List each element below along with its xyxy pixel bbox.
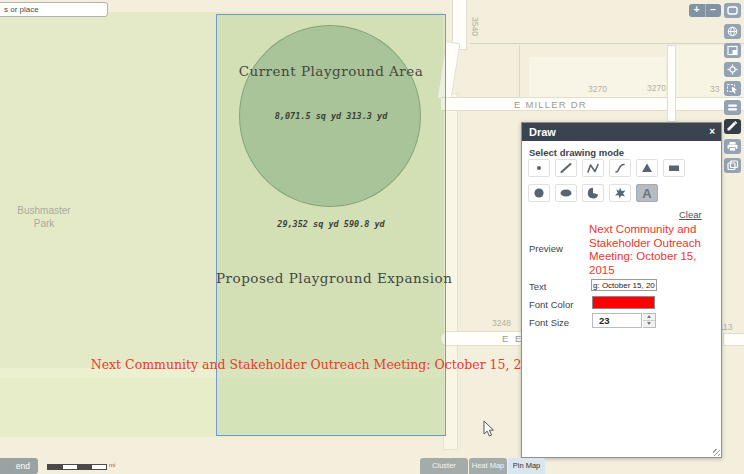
font-size-input[interactable] — [592, 313, 642, 328]
map-application: Bushmaster Park 3540 3270 3270 33 3248 1… — [0, 0, 744, 474]
zoom-control: + − — [689, 4, 721, 17]
scale-bar — [47, 464, 107, 470]
circle-measurement-text: 8,071.5 sq yd 313.3 yd — [216, 111, 446, 121]
road-right-edge — [723, 333, 744, 346]
street-name-label: E MILLER DR — [514, 99, 587, 110]
legend-button[interactable]: end — [0, 458, 38, 474]
measure-icon[interactable] — [724, 100, 741, 115]
zoom-out-button[interactable]: − — [706, 4, 722, 17]
draw-mode-rectangle-button[interactable] — [663, 159, 685, 177]
select-icon[interactable] — [724, 81, 741, 96]
stepper-down-icon[interactable] — [643, 321, 655, 328]
drawing-mode-row-2: A — [528, 184, 658, 202]
draw-mode-polyline-button[interactable] — [582, 159, 604, 177]
search-input[interactable]: s or place — [0, 2, 108, 17]
draw-mode-line-button[interactable] — [555, 159, 577, 177]
text-field-label: Text — [529, 281, 546, 292]
drawing-mode-row-1 — [528, 159, 685, 177]
settings-icon[interactable] — [724, 62, 741, 77]
draw-mode-triangle-button[interactable] — [636, 159, 658, 177]
circle-title-text: Current Playground Area — [216, 63, 446, 79]
font-size-label: Font Size — [529, 317, 569, 328]
draw-mode-circle-button[interactable] — [528, 184, 550, 202]
parcel-number-label: 3540 — [470, 17, 480, 36]
draw-mode-freehand-button[interactable] — [609, 184, 631, 202]
preview-text: Next Community and Stakeholder Outreach … — [589, 223, 701, 277]
text-field-input[interactable] — [591, 279, 657, 291]
drawing-mode-section-label: Select drawing mode — [529, 147, 624, 158]
road-e-miller-dr — [441, 97, 744, 111]
rectangle-title-text: Proposed Playground Expansion — [216, 270, 446, 286]
font-size-stepper — [643, 313, 656, 328]
tab-cluster-marker[interactable]: Cluster Marker — [420, 458, 468, 474]
font-color-label: Font Color — [529, 299, 573, 310]
map-block-line — [470, 43, 744, 44]
draw-mode-ellipse-button[interactable] — [555, 184, 577, 202]
draw-mode-curve-button[interactable] — [609, 159, 631, 177]
print-icon[interactable] — [724, 139, 741, 154]
draw-panel: Draw × Select drawing mode A Clear Previ… — [521, 122, 722, 458]
parcel-number-label: 33 — [710, 84, 719, 94]
preview-label: Preview — [529, 243, 563, 254]
draw-mode-point-button[interactable] — [528, 159, 550, 177]
mouse-cursor — [482, 420, 496, 442]
parcel-number-label: 3270 — [588, 84, 607, 94]
tab-pin-map[interactable]: Pin Map — [508, 458, 545, 474]
rectangle-measurement-text: 29,352 sq yd 590.8 yd — [216, 219, 446, 229]
draw-icon[interactable] — [724, 119, 741, 134]
close-icon[interactable]: × — [709, 123, 715, 141]
road-east — [667, 45, 676, 122]
panel-resize-handle[interactable] — [713, 449, 720, 456]
scale-unit-label: mi — [109, 462, 115, 468]
font-color-swatch[interactable] — [592, 296, 655, 309]
parcel-number-label: 3248 — [492, 318, 511, 328]
draw-mode-text-button[interactable]: A — [636, 184, 658, 202]
map-block-line — [519, 45, 520, 98]
park-name-label: Bushmaster Park — [8, 204, 80, 230]
tab-heat-map[interactable]: Heat Map — [469, 458, 507, 474]
draw-mode-polygon-button[interactable] — [582, 184, 604, 202]
clear-link[interactable]: Clear — [679, 209, 702, 220]
parcel-number-label: 3270 — [647, 83, 666, 93]
screenshot-icon[interactable] — [724, 43, 741, 58]
draw-panel-title[interactable]: Draw — [522, 123, 721, 141]
globe-icon[interactable] — [724, 24, 741, 39]
basemap-icon[interactable] — [724, 3, 741, 18]
zoom-in-button[interactable]: + — [689, 4, 706, 17]
copy-icon[interactable] — [724, 158, 741, 173]
